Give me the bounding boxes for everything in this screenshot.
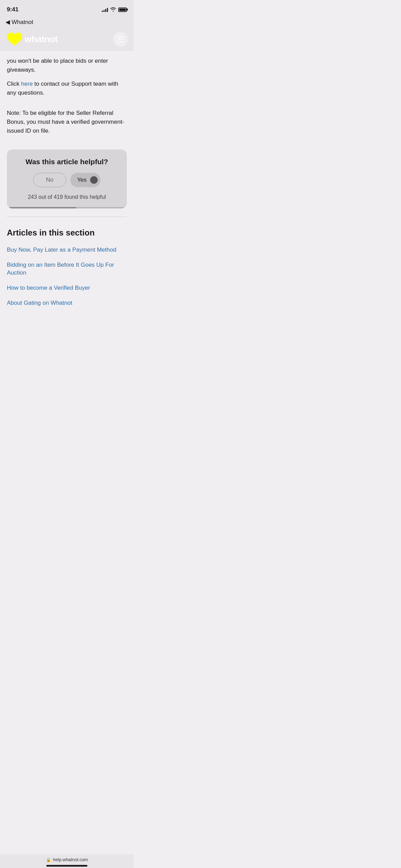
- yes-button[interactable]: Yes: [70, 173, 100, 187]
- status-time: 9:41: [7, 6, 19, 13]
- menu-line-3: [117, 41, 124, 42]
- articles-section: Articles in this section Buy Now, Pay La…: [7, 228, 127, 321]
- click-pre: Click: [7, 81, 21, 87]
- progress-fill: [7, 207, 76, 208]
- menu-line-2: [117, 39, 124, 39]
- no-button[interactable]: No: [33, 173, 66, 187]
- yes-dot: [90, 176, 98, 184]
- here-link[interactable]: here: [21, 81, 33, 87]
- articles-title: Articles in this section: [7, 228, 127, 238]
- status-bar: 9:41: [0, 0, 134, 17]
- article-link-3[interactable]: About Gating on Whatnot: [7, 299, 127, 307]
- helpful-card: Was this article helpful? No Yes 243 out…: [7, 149, 127, 208]
- back-nav[interactable]: ◀ Whatnot: [0, 17, 134, 28]
- menu-button[interactable]: [113, 32, 128, 47]
- status-icons: [102, 7, 127, 13]
- progress-bar: [7, 207, 127, 208]
- helpful-title: Was this article helpful?: [14, 158, 120, 166]
- logo-area[interactable]: whatnot: [5, 31, 58, 47]
- battery-icon: [118, 8, 127, 12]
- whatnot-logo-heart: [5, 31, 23, 47]
- main-content: you won't be able to place bids or enter…: [0, 51, 134, 326]
- article-link-0[interactable]: Buy Now, Pay Later as a Payment Method: [7, 246, 127, 254]
- menu-line-1: [117, 36, 124, 37]
- signal-icon: [102, 8, 108, 12]
- helpful-count: 243 out of 419 found this helpful: [14, 194, 120, 200]
- logo-text: whatnot: [25, 34, 58, 45]
- click-here-paragraph: Click here to contact our Support team w…: [7, 80, 127, 98]
- divider: [7, 217, 127, 217]
- yes-label: Yes: [77, 177, 87, 183]
- header: whatnot: [0, 28, 134, 51]
- note-text: Note: To be eligible for the Seller Refe…: [7, 109, 127, 136]
- helpful-buttons: No Yes: [14, 173, 120, 187]
- article-link-1[interactable]: Bidding on an Item Before It Goes Up For…: [7, 261, 127, 277]
- wifi-icon: [110, 7, 116, 13]
- article-link-2[interactable]: How to become a Verified Buyer: [7, 284, 127, 292]
- intro-text: you won't be able to place bids or enter…: [7, 57, 127, 74]
